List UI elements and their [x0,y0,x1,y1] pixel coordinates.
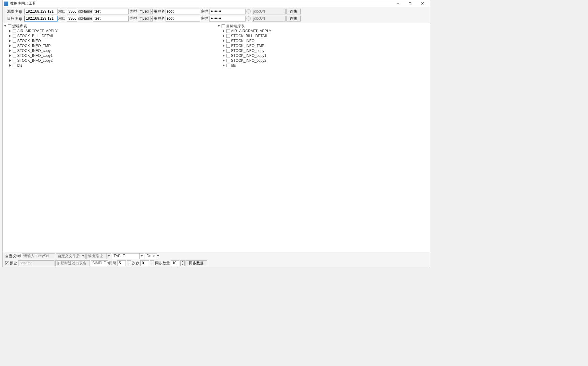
source-type-value: mysql [138,9,150,14]
source-dbname-input[interactable] [93,9,129,14]
tree-checkbox[interactable] [222,24,225,28]
target-tree-root[interactable]: 目标端库表 [217,24,430,29]
tree-checkbox[interactable] [13,29,16,33]
suffix-input[interactable] [56,254,81,259]
svg-marker-15 [218,25,220,27]
expander-closed-icon[interactable] [222,64,226,67]
target-user-input[interactable] [166,16,200,22]
source-ip-input[interactable] [24,9,58,14]
tree-item-label: bfs [231,63,236,68]
target-tree-item[interactable]: STOCK_INFO_TMP [217,43,430,48]
source-user-input[interactable] [166,9,200,14]
tree-checkbox[interactable] [226,44,230,48]
tree-checkbox[interactable] [13,59,16,62]
export-type-select[interactable]: TABLE [112,253,144,259]
expander-closed-icon[interactable] [8,59,12,62]
tree-checkbox[interactable] [226,59,230,62]
target-type-select[interactable]: mysql [138,16,153,22]
mode-select[interactable]: SIMPLE [91,260,108,266]
tree-checkbox[interactable] [13,49,16,53]
times-spinner[interactable]: ▲▼ [150,260,154,266]
tree-checkbox[interactable] [226,29,230,33]
preview-checkbox[interactable] [5,261,9,265]
source-tree-root[interactable]: 源端库表 [3,24,216,29]
expander-closed-icon[interactable] [222,39,226,43]
target-tree-item[interactable]: STOCK_INFO_copy [217,48,430,53]
tree-checkbox[interactable] [13,39,16,43]
tree-item-label: STOCK_INFO_copy [231,49,264,53]
source-connect-button[interactable]: 连接 [286,9,301,14]
output-path-input[interactable] [87,254,106,259]
source-tree-item[interactable]: STOCK_INFO_TMP [3,43,216,48]
expander-closed-icon[interactable] [8,54,12,57]
filter-table-input[interactable] [55,260,90,266]
tree-checkbox[interactable] [8,24,11,28]
interval-input[interactable] [117,260,126,266]
target-ip-input[interactable] [24,16,58,22]
expander-closed-icon[interactable] [8,30,12,33]
source-pwd-input[interactable] [209,9,246,14]
sync-count-spinner[interactable]: ▲▼ [180,260,185,266]
source-tree-item[interactable]: STOCK_INFO_copy2 [3,58,216,63]
tree-checkbox[interactable] [226,49,230,53]
source-pwd-toggle[interactable] [246,9,251,14]
expander-closed-icon[interactable] [8,64,12,67]
pool-select[interactable]: Druid [145,253,157,259]
expander-closed-icon[interactable] [222,49,226,53]
close-button[interactable] [416,0,429,7]
expander-closed-icon[interactable] [222,54,226,57]
expander-closed-icon[interactable] [8,34,12,38]
expander-closed-icon[interactable] [222,59,226,62]
tree-checkbox[interactable] [13,54,16,57]
tree-checkbox[interactable] [226,64,230,67]
source-tree-item[interactable]: AIR_AIRCRAFT_APPLY [3,29,216,33]
source-jdbc-input[interactable] [252,9,286,14]
expander-closed-icon[interactable] [8,49,12,53]
tree-checkbox[interactable] [226,34,230,38]
tree-checkbox[interactable] [13,34,16,38]
target-tree-item[interactable]: AIR_AIRCRAFT_APPLY [217,29,430,33]
source-port-input[interactable] [67,9,77,14]
connection-panel: 源端库 ip 端口 dbName 类型 mysql 用户名 密码 连接 目标库 … [3,7,430,23]
target-tree-item[interactable]: STOCK_INFO [217,38,430,43]
expander-closed-icon[interactable] [222,44,226,48]
tree-checkbox[interactable] [13,44,16,48]
source-type-select[interactable]: mysql [138,9,153,14]
source-tree-item[interactable]: STOCK_INFO_copy [3,48,216,53]
maximize-button[interactable] [404,0,416,7]
times-input[interactable] [140,260,149,266]
custom-sql-label: 自定义sql [5,254,21,259]
tree-item-label: STOCK_INFO [231,39,254,43]
target-pwd-input[interactable] [209,16,246,22]
interval-spinner[interactable]: ▲▼ [127,260,131,266]
tree-checkbox[interactable] [226,39,230,43]
source-tree-item[interactable]: STOCK_INFO_copy1 [3,53,216,58]
expander-closed-icon[interactable] [222,30,226,33]
suffix-select[interactable] [56,253,86,259]
tree-checkbox[interactable] [13,64,16,67]
target-jdbc-input[interactable] [252,16,286,22]
target-tree-item[interactable]: bfs [217,63,430,68]
schema-input[interactable] [18,260,54,266]
target-pwd-toggle[interactable] [246,16,251,21]
output-path-select[interactable] [86,253,111,259]
source-tree-item[interactable]: STOCK_INFO [3,38,216,43]
minimize-button[interactable] [392,0,404,7]
target-port-input[interactable] [67,16,77,22]
source-tree-item[interactable]: bfs [3,63,216,68]
expander-open-icon[interactable] [217,25,221,28]
expander-closed-icon[interactable] [8,39,12,43]
sync-data-button[interactable]: 同步数据 [186,260,207,266]
expander-open-icon[interactable] [3,25,7,28]
sync-count-input[interactable] [171,260,179,266]
tree-checkbox[interactable] [226,54,230,57]
target-connect-button[interactable]: 连接 [286,16,301,22]
source-tree-item[interactable]: STOCK_BILL_DETAIL [3,33,216,38]
expander-closed-icon[interactable] [8,44,12,48]
query-sql-input[interactable] [22,253,55,259]
target-tree-item[interactable]: STOCK_BILL_DETAIL [217,33,430,38]
target-tree-item[interactable]: STOCK_INFO_copy2 [217,58,430,63]
target-tree-item[interactable]: STOCK_INFO_copy1 [217,53,430,58]
target-dbname-input[interactable] [93,16,129,22]
expander-closed-icon[interactable] [222,34,226,38]
